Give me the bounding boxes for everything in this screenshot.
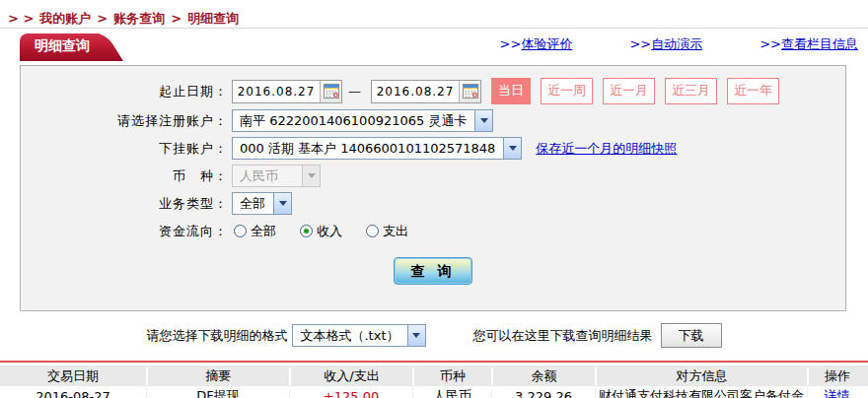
flow-option-expense-label: 支出 [383, 223, 408, 240]
business-type-row: 业务类型： 全部 [21, 192, 845, 215]
currency-row: 币 种： 人民币 [21, 165, 845, 187]
business-type-value: 全部 [233, 195, 273, 213]
panel-header: 明细查询 >>体验评价 >>自动演示 >>查看栏目信息 [0, 29, 868, 61]
quick-range-3months-button[interactable]: 近三月 [665, 78, 717, 104]
business-type-label: 业务类型： [21, 195, 228, 213]
fund-flow-label: 资金流向： [21, 223, 228, 240]
download-format-value: 文本格式（.txt） [293, 327, 406, 345]
flow-option-all-label: 全部 [251, 223, 276, 240]
cell-amount: +125.00 [289, 389, 412, 398]
download-row: 请您选择下载明细的格式 文本格式（.txt） 您可以在这里下载查询明细结果 下载 [0, 322, 868, 349]
breadcrumb-separator: > [97, 11, 108, 26]
end-date-input[interactable]: 2016.08.27 [371, 80, 481, 103]
date-range-label: 起止日期： [21, 83, 228, 100]
detail-link[interactable]: 详情 [825, 388, 850, 398]
register-account-value: 南平 6222001406100921065 灵通卡 [233, 112, 474, 130]
start-date-input[interactable]: 2016.08.27 [232, 80, 342, 103]
breadcrumb-item-my-account[interactable]: 我的账户 [39, 10, 91, 28]
flow-option-expense[interactable]: 支出 [366, 223, 408, 240]
radio-checked-icon[interactable] [300, 225, 313, 237]
flow-option-all[interactable]: 全部 [234, 223, 276, 240]
query-form-panel: 起止日期： 2016.08.27 — 2016.08.27 [20, 65, 846, 311]
calendar-icon [463, 84, 478, 99]
header-currency: 币种 [412, 367, 491, 385]
start-date-value: 2016.08.27 [233, 85, 320, 99]
cell-currency: 人民币 [412, 387, 491, 398]
chevron-down-icon [273, 193, 291, 214]
header-counterparty: 对方信息 [595, 367, 807, 385]
sub-account-label: 下挂账户： [21, 140, 228, 158]
cell-summary: DF提现 [146, 387, 289, 398]
header-balance: 余额 [491, 367, 595, 385]
panel-title-tab: 明细查询 [20, 33, 100, 61]
chevron-down-icon [407, 325, 425, 346]
sub-account-row: 下挂账户： 000 活期 基本户 1406600101102571848 保存近… [21, 137, 845, 160]
breadcrumb: > > 我的账户 > 账务查询 > 明细查询 [0, 0, 868, 29]
register-account-label: 请选择注册账户： [21, 112, 228, 130]
breadcrumb-item-detail-query[interactable]: 明细查询 [187, 10, 239, 28]
chevron-down-icon [302, 166, 320, 186]
register-account-row: 请选择注册账户： 南平 6222001406100921065 灵通卡 [21, 109, 845, 132]
breadcrumb-item-account-query[interactable]: 账务查询 [113, 10, 165, 28]
sub-account-value: 000 活期 基本户 1406600101102571848 [233, 140, 503, 158]
header-summary: 摘要 [146, 367, 289, 385]
register-account-select[interactable]: 南平 6222001406100921065 灵通卡 [232, 109, 493, 132]
header-links: >>体验评价 >>自动演示 >>查看栏目信息 [443, 35, 858, 61]
header-action: 操作 [807, 367, 866, 385]
download-format-select[interactable]: 文本格式（.txt） [292, 324, 425, 347]
query-button-row: 查 询 [21, 257, 845, 285]
save-snapshot-link[interactable]: 保存近一个月的明细快照 [536, 140, 677, 158]
auto-demo-link[interactable]: >>自动演示 [629, 35, 702, 53]
business-type-select[interactable]: 全部 [232, 192, 292, 215]
cell-transaction-date: 2016-08-27 [0, 389, 146, 398]
quick-range-today-button[interactable]: 当日 [491, 78, 531, 104]
currency-select-disabled: 人民币 [232, 165, 321, 187]
flow-option-income[interactable]: 收入 [300, 223, 342, 240]
sub-account-select[interactable]: 000 活期 基本户 1406600101102571848 [232, 137, 522, 160]
experience-rating-link[interactable]: >>体验评价 [500, 35, 573, 53]
quick-range-month-button[interactable]: 近一月 [603, 78, 655, 104]
cell-counterparty: 财付通支付科技有限公司客户备付金 [595, 387, 807, 398]
download-format-label: 请您选择下载明细的格式 [146, 327, 287, 345]
end-date-value: 2016.08.27 [372, 85, 459, 99]
download-hint-label: 您可以在这里下载查询明细结果 [473, 327, 653, 345]
header-transaction-date: 交易日期 [0, 367, 146, 385]
date-range-row: 起止日期： 2016.08.27 — 2016.08.27 [21, 78, 845, 104]
date-range-dash: — [348, 84, 361, 99]
cell-detail-link: 详情 [807, 387, 866, 398]
chevron-down-icon [503, 138, 521, 159]
chevron-down-icon [474, 110, 492, 131]
table-header-row: 交易日期 摘要 收入/支出 币种 余额 对方信息 操作 [0, 365, 868, 386]
flow-option-income-label: 收入 [317, 223, 342, 240]
view-column-info-link[interactable]: >>查看栏目信息 [760, 35, 858, 53]
result-table: 交易日期 摘要 收入/支出 币种 余额 对方信息 操作 2016-08-27 D… [0, 361, 868, 398]
download-button[interactable]: 下载 [661, 323, 722, 348]
currency-value: 人民币 [233, 167, 286, 185]
end-date-calendar-icon[interactable] [459, 81, 480, 102]
cell-balance: 3,229.26 [491, 389, 595, 398]
radio-unchecked-icon[interactable] [366, 225, 379, 237]
breadcrumb-prefix: > > [8, 11, 34, 26]
query-button[interactable]: 查 询 [394, 257, 472, 285]
quick-range-year-button[interactable]: 近一年 [727, 78, 779, 104]
breadcrumb-separator: > [171, 11, 181, 26]
quick-range-week-button[interactable]: 近一周 [541, 78, 593, 104]
table-row: 2016-08-27 DF提现 +125.00 人民币 3,229.26 财付通… [0, 386, 868, 398]
fund-flow-row: 资金流向： 全部 收入 支出 [21, 220, 845, 242]
currency-label: 币 种： [21, 167, 228, 185]
header-income-expense: 收入/支出 [289, 367, 412, 385]
start-date-calendar-icon[interactable] [320, 81, 341, 102]
calendar-icon [324, 84, 339, 99]
radio-unchecked-icon[interactable] [234, 225, 247, 237]
